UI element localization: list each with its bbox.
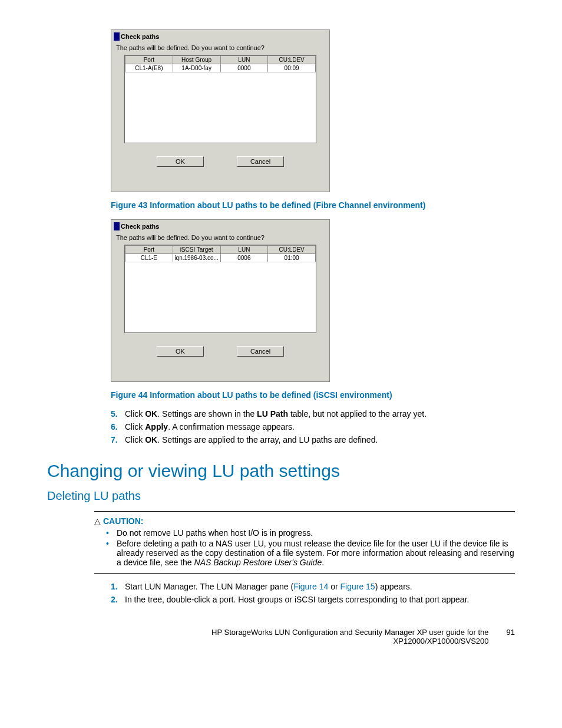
check-paths-dialog-fc: Check paths The paths will be defined. D… (111, 29, 330, 192)
col-port: Port (125, 246, 173, 254)
dialog-buttons: OK Cancel (111, 143, 329, 192)
caution-item: • Before deleting a path to a NAS user L… (106, 539, 515, 567)
dialog-prompt: The paths will be defined. Do you want t… (111, 233, 329, 245)
footer-text: HP StorageWorks LUN Configuration and Se… (211, 628, 488, 645)
figure-43-caption: Figure 43 Information about LU paths to … (111, 200, 515, 210)
dialog-table: Port iSCSI Target LUN CU:LDEV CL1-E iqn.… (124, 245, 316, 333)
figure-15-link[interactable]: Figure 15 (340, 582, 375, 591)
step-body: Click Apply. A confirmation message appe… (125, 422, 515, 431)
col-iscsitarget: iSCSI Target (173, 246, 220, 254)
step-number: 2. (111, 595, 125, 604)
step-5: 5. Click OK. Settings are shown in the L… (111, 409, 515, 419)
step-list-2: 1. Start LUN Manager. The LUN Manager pa… (111, 582, 515, 604)
caution-list: • Do not remove LU paths when host I/O i… (106, 528, 515, 567)
bullet-icon: • (106, 539, 117, 567)
caution-header: △ CAUTION: (94, 516, 515, 526)
heading-changing-viewing: Changing or viewing LU path settings (47, 461, 515, 481)
step-list: 5. Click OK. Settings are shown in the L… (111, 409, 515, 444)
step-2: 2. In the tree, double-click a port. Hos… (111, 595, 515, 604)
step-body: Click OK. Settings are applied to the ar… (125, 435, 515, 444)
ok-button[interactable]: OK (157, 346, 204, 357)
col-hostgroup: Host Group (173, 56, 220, 64)
dialog-buttons: OK Cancel (111, 333, 329, 381)
page-number: 91 (507, 628, 515, 637)
caution-item: • Do not remove LU paths when host I/O i… (106, 528, 515, 538)
table-header-row: Port Host Group LUN CU:LDEV (125, 56, 316, 64)
footer: HP StorageWorks LUN Configuration and Se… (47, 628, 515, 645)
divider (94, 573, 515, 574)
dialog-table: Port Host Group LUN CU:LDEV CL1-A(E8) 1A… (124, 55, 316, 143)
col-culdev: CU:LDEV (268, 56, 316, 64)
table-row[interactable]: CL1-A(E8) 1A-D00-fay 0000 00:09 (125, 64, 316, 73)
col-lun: LUN (220, 246, 268, 254)
step-number: 1. (111, 582, 125, 591)
col-port: Port (125, 56, 173, 64)
title-marker-icon (114, 222, 120, 230)
check-paths-dialog-iscsi: Check paths The paths will be defined. D… (111, 219, 330, 382)
caution-label: CAUTION: (103, 516, 143, 526)
heading-deleting: Deleting LU paths (47, 489, 515, 503)
table-row[interactable]: CL1-E iqn.1986-03.co... 0006 01:00 (125, 254, 316, 262)
step-number: 5. (111, 409, 125, 419)
cancel-button[interactable]: Cancel (237, 156, 284, 167)
step-number: 6. (111, 422, 125, 431)
bullet-icon: • (106, 528, 117, 538)
figure-14-link[interactable]: Figure 14 (293, 582, 328, 591)
cancel-button[interactable]: Cancel (237, 346, 284, 357)
step-body: In the tree, double-click a port. Host g… (125, 595, 515, 604)
step-6: 6. Click Apply. A confirmation message a… (111, 422, 515, 431)
dialog-title-row: Check paths (111, 30, 329, 43)
figure-44-caption: Figure 44 Information about LU paths to … (111, 390, 515, 400)
table-header-row: Port iSCSI Target LUN CU:LDEV (125, 246, 316, 254)
col-culdev: CU:LDEV (268, 246, 316, 254)
dialog-title: Check paths (121, 33, 159, 40)
ok-button[interactable]: OK (157, 156, 204, 167)
step-body: Start LUN Manager. The LUN Manager pane … (125, 582, 515, 591)
step-body: Click OK. Settings are shown in the LU P… (125, 409, 515, 419)
step-7: 7. Click OK. Settings are applied to the… (111, 435, 515, 444)
dialog-prompt: The paths will be defined. Do you want t… (111, 43, 329, 55)
caution-block: △ CAUTION: • Do not remove LU paths when… (94, 511, 515, 567)
col-lun: LUN (220, 56, 268, 64)
dialog-title: Check paths (121, 223, 159, 230)
title-marker-icon (114, 32, 120, 41)
caution-triangle-icon: △ (94, 516, 101, 526)
step-1: 1. Start LUN Manager. The LUN Manager pa… (111, 582, 515, 591)
dialog-title-row: Check paths (111, 220, 329, 233)
step-number: 7. (111, 435, 125, 444)
